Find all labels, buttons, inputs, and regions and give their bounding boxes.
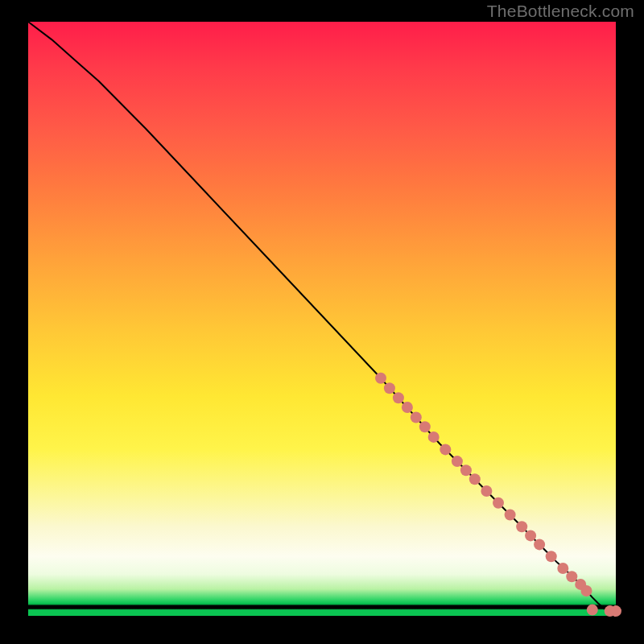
data-marker — [428, 431, 440, 443]
data-marker — [411, 412, 422, 423]
data-marker — [460, 464, 472, 476]
data-marker — [516, 521, 527, 532]
data-marker — [557, 563, 568, 574]
chart-stage: TheBottleneck.com — [0, 0, 644, 644]
chart-svg — [28, 22, 616, 616]
data-marker — [393, 392, 404, 403]
data-marker — [534, 539, 545, 550]
data-marker — [505, 510, 516, 521]
data-marker — [452, 456, 463, 467]
data-marker — [469, 473, 481, 485]
data-marker — [402, 402, 413, 413]
data-marker — [581, 585, 592, 597]
data-marker — [566, 571, 577, 582]
plot-area — [28, 22, 616, 616]
data-marker — [587, 605, 598, 616]
data-marker — [525, 530, 536, 541]
watermark-text: TheBottleneck.com — [487, 2, 634, 21]
data-marker — [419, 421, 431, 432]
data-marker — [493, 497, 504, 509]
data-marker-group — [375, 373, 621, 617]
data-marker — [375, 373, 386, 384]
data-marker — [546, 551, 557, 562]
data-marker — [481, 485, 492, 497]
main-curve — [28, 22, 616, 611]
data-marker — [384, 382, 395, 394]
data-marker — [440, 444, 451, 455]
data-marker — [610, 605, 621, 617]
